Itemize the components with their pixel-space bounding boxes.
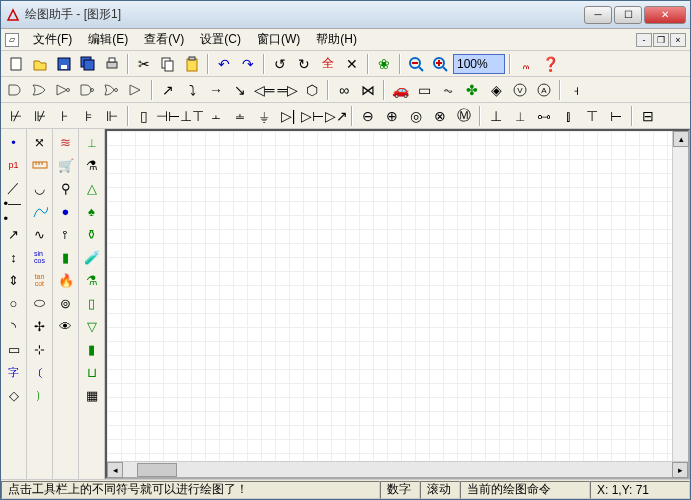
stand-icon[interactable]: ⟂ [81, 131, 103, 153]
diamond-dot-icon[interactable]: ◈ [485, 79, 507, 101]
wave-icon[interactable]: ∿ [29, 223, 51, 245]
clover-icon[interactable]: ✤ [461, 79, 483, 101]
alcohol-lamp-icon[interactable]: ♠ [81, 200, 103, 222]
menu-help[interactable]: 帮助(H) [308, 29, 365, 50]
protractor-icon[interactable]: ◡ [29, 177, 51, 199]
battery-icon[interactable]: ⊣⊢ [157, 105, 179, 127]
horizontal-scrollbar[interactable]: ◂ ▸ [107, 461, 688, 477]
menu-view[interactable]: 查看(V) [136, 29, 192, 50]
undo-button[interactable]: ↶ [213, 53, 235, 75]
round-flask-icon[interactable]: ⚱ [81, 223, 103, 245]
socket-icon[interactable]: ◎ [405, 105, 427, 127]
nor-gate-icon[interactable] [101, 79, 123, 101]
lamp-icon[interactable]: ⊗ [429, 105, 451, 127]
capacitor-icon[interactable]: ⊥⊤ [181, 105, 203, 127]
source-i-icon[interactable]: ⊖ [357, 105, 379, 127]
print-button[interactable] [101, 53, 123, 75]
tag-right-icon[interactable]: ═▷ [277, 79, 299, 101]
scroll-right-button[interactable]: ▸ [672, 462, 688, 478]
test-tube-icon[interactable]: ▯ [81, 292, 103, 314]
mdi-minimize-button[interactable]: - [636, 33, 652, 47]
connector-icon[interactable]: ⊟ [637, 105, 659, 127]
select-all-button[interactable]: 全 [317, 53, 339, 75]
polarized-cap-icon[interactable]: ⫠ [205, 105, 227, 127]
antenna-icon[interactable]: ⊥ [485, 105, 507, 127]
bar-green-icon[interactable]: ▮ [55, 246, 77, 268]
ammeter-icon[interactable]: A [533, 79, 555, 101]
switch-icon[interactable]: ⫞ [565, 79, 587, 101]
save-all-button[interactable] [77, 53, 99, 75]
beaker-icon[interactable]: ⊔ [81, 361, 103, 383]
plugin-button[interactable]: ❀ [373, 53, 395, 75]
transistor-pnp-icon[interactable]: ⊮ [29, 105, 51, 127]
cut-button[interactable]: ✂ [133, 53, 155, 75]
arrow-right-icon[interactable]: → [205, 79, 227, 101]
tancot-icon[interactable]: tancot [29, 269, 51, 291]
wave-red-icon[interactable]: ≋ [55, 131, 77, 153]
source-v-icon[interactable]: ⊕ [381, 105, 403, 127]
zoom-in-button[interactable] [429, 53, 451, 75]
zener-icon[interactable]: ▷⊢ [301, 105, 323, 127]
tag-left-icon[interactable]: ◁═ [253, 79, 275, 101]
link-icon[interactable]: ∞ [333, 79, 355, 101]
rotate-left-button[interactable]: ↺ [269, 53, 291, 75]
hex-tag-icon[interactable]: ⬡ [301, 79, 323, 101]
double-arrow-icon[interactable]: ⇕ [3, 269, 25, 291]
tripod-icon[interactable]: △ [81, 177, 103, 199]
not-gate-icon[interactable] [53, 79, 75, 101]
arc-tool-icon[interactable]: ◝ [3, 315, 25, 337]
curve-icon[interactable] [29, 200, 51, 222]
flame-icon[interactable]: 🔥 [55, 269, 77, 291]
pulley-icon[interactable]: ⊚ [55, 292, 77, 314]
ground-icon[interactable]: ⏚ [253, 105, 275, 127]
burner-icon[interactable]: ⚗ [81, 154, 103, 176]
car-icon[interactable]: 🚗 [389, 79, 411, 101]
help-button[interactable]: ❓ [539, 53, 561, 75]
arrow-se-icon[interactable]: ↘ [229, 79, 251, 101]
axes-dotted-icon[interactable]: ⊹ [29, 338, 51, 360]
maximize-button[interactable]: ☐ [614, 6, 642, 24]
point-label-icon[interactable]: p1 [3, 154, 25, 176]
segment-tool-icon[interactable]: •—• [3, 200, 25, 222]
drawing-canvas[interactable] [107, 131, 672, 461]
bracket-x-icon[interactable]: ⟮ [29, 361, 51, 383]
variable-cap-icon[interactable]: ⫨ [229, 105, 251, 127]
rectangle-tool-icon[interactable]: ▭ [3, 338, 25, 360]
arrow-down-icon[interactable]: ⤵ [181, 79, 203, 101]
zoom-input[interactable] [453, 54, 505, 74]
pendulum-icon[interactable]: ⚲ [55, 177, 77, 199]
deselect-button[interactable]: ✕ [341, 53, 363, 75]
text-tool-icon[interactable]: 字 [3, 361, 25, 383]
led-icon[interactable]: ▷↗ [325, 105, 347, 127]
bowtie-icon[interactable]: ⋈ [357, 79, 379, 101]
mosfet-icon[interactable]: ⊩ [101, 105, 123, 127]
node-icon[interactable]: ⊢ [605, 105, 627, 127]
terminal-1-icon[interactable]: ⟂ [509, 105, 531, 127]
menu-file[interactable]: 文件(F) [25, 29, 80, 50]
bracket-y-icon[interactable]: ⟯ [29, 384, 51, 406]
crystal-icon[interactable]: ▯ [133, 105, 155, 127]
transistor-npn-icon[interactable]: ⊬ [5, 105, 27, 127]
or-gate-icon[interactable] [29, 79, 51, 101]
new-button[interactable] [5, 53, 27, 75]
mdi-restore-button[interactable]: ❐ [653, 33, 669, 47]
nand-gate-icon[interactable] [77, 79, 99, 101]
voltmeter-icon[interactable]: V [509, 79, 531, 101]
mesh-icon[interactable]: ▦ [81, 384, 103, 406]
scroll-left-button[interactable]: ◂ [107, 462, 123, 478]
rotate-right-button[interactable]: ↻ [293, 53, 315, 75]
fuse-icon[interactable]: ⧟ [533, 105, 555, 127]
ball-icon[interactable]: ● [55, 200, 77, 222]
ellipse-dot-icon[interactable]: ⬭ [29, 292, 51, 314]
eye-icon[interactable]: 👁 [55, 315, 77, 337]
paste-button[interactable] [181, 53, 203, 75]
menu-window[interactable]: 窗口(W) [249, 29, 308, 50]
arrow-ne-icon[interactable]: ↗ [157, 79, 179, 101]
menu-settings[interactable]: 设置(C) [192, 29, 249, 50]
mdi-close-button[interactable]: × [670, 33, 686, 47]
inductor-icon[interactable]: ⏦ [437, 79, 459, 101]
resistor-box-icon[interactable]: ▭ [413, 79, 435, 101]
erlenmeyer-icon[interactable]: ⚗ [81, 269, 103, 291]
copy-button[interactable] [157, 53, 179, 75]
redo-button[interactable]: ↷ [237, 53, 259, 75]
